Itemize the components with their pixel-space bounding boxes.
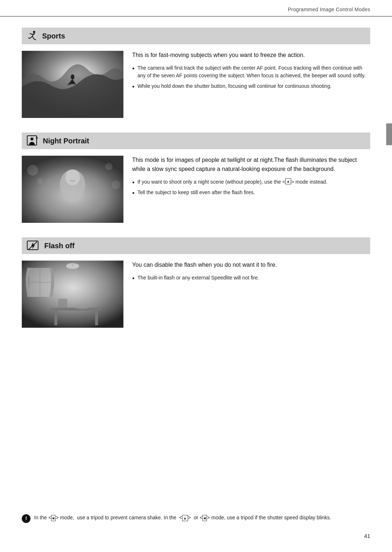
sports-icon xyxy=(27,30,38,41)
content-area: Sports xyxy=(0,17,392,353)
flash-off-body: You can disable the flash when you do no… xyxy=(22,261,370,328)
svg-rect-31 xyxy=(58,299,67,308)
flash-off-section: Flash off xyxy=(22,237,370,328)
sidebar-tab xyxy=(386,123,392,145)
flash-off-header: Flash off xyxy=(22,237,370,254)
night-portrait-bullets: If you want to shoot only a night scene … xyxy=(132,178,370,196)
sports-section-title: Sports xyxy=(42,32,65,40)
flash-off-icon xyxy=(27,240,40,251)
night-portrait-text: This mode is for images of people at twi… xyxy=(132,156,370,199)
flash-off-bullets: The built-in flash or any external Speed… xyxy=(132,274,370,282)
svg-line-5 xyxy=(32,36,34,39)
svg-point-19 xyxy=(65,169,80,185)
note-icon: ! xyxy=(22,514,30,523)
sports-bullet-2: While you hold down the shutter button, … xyxy=(132,82,370,90)
svg-line-7 xyxy=(34,39,36,40)
night-portrait-bullet-1: If you want to shoot only a night scene … xyxy=(132,178,370,186)
night-portrait-main-desc: This mode is for images of people at twi… xyxy=(132,156,370,174)
svg-point-15 xyxy=(105,163,113,170)
page-title: Programmed Image Control Modes xyxy=(288,7,370,12)
svg-point-14 xyxy=(27,165,38,176)
svg-line-6 xyxy=(28,38,30,38)
night-portrait-body: This mode is for images of people at twi… xyxy=(22,156,370,223)
svg-point-11 xyxy=(30,138,33,140)
svg-point-9 xyxy=(71,74,74,79)
svg-line-2 xyxy=(30,33,32,34)
note-text: In the <■> mode, use a tripod to prevent… xyxy=(34,514,370,522)
flash-off-image xyxy=(22,261,123,328)
sports-bullets: The camera will first track the subject … xyxy=(132,64,370,90)
night-portrait-icon: ★ xyxy=(27,135,38,146)
svg-text:★: ★ xyxy=(35,136,38,140)
svg-line-4 xyxy=(30,36,32,38)
svg-point-0 xyxy=(33,31,35,33)
night-portrait-title: Night Portrait xyxy=(43,137,89,145)
flash-off-bullet-1: The built-in flash or any external Speed… xyxy=(132,274,370,282)
flash-off-text: You can disable the flash when you do no… xyxy=(132,261,370,285)
sports-section-body: This is for fast-moving subjects when yo… xyxy=(22,51,370,118)
sports-text: This is for fast-moving subjects when yo… xyxy=(132,51,370,93)
note-section: ! In the <■> mode, use a tripod to preve… xyxy=(22,514,370,523)
sports-section: Sports xyxy=(22,28,370,118)
sports-bullet-1: The camera will first track the subject … xyxy=(132,64,370,79)
night-portrait-image xyxy=(22,156,123,223)
svg-rect-29 xyxy=(54,311,57,325)
night-portrait-header: ★ Night Portrait xyxy=(22,132,370,149)
page-number: 41 xyxy=(364,533,370,539)
svg-line-3 xyxy=(32,34,35,34)
svg-rect-30 xyxy=(95,311,98,325)
flash-off-title: Flash off xyxy=(44,242,74,250)
night-portrait-section: ★ Night Portrait xyxy=(22,132,370,223)
sports-image xyxy=(22,51,123,118)
flash-off-main-desc: You can disable the flash when you do no… xyxy=(132,261,370,270)
svg-point-32 xyxy=(74,305,89,309)
svg-line-21 xyxy=(28,242,37,250)
sports-main-desc: This is for fast-moving subjects when yo… xyxy=(132,51,370,60)
page-header: Programmed Image Control Modes xyxy=(0,0,392,17)
sports-section-header: Sports xyxy=(22,28,370,44)
night-portrait-bullet-2: Tell the subject to keep still even afte… xyxy=(132,189,370,196)
svg-point-17 xyxy=(37,178,43,184)
svg-point-16 xyxy=(112,180,121,189)
